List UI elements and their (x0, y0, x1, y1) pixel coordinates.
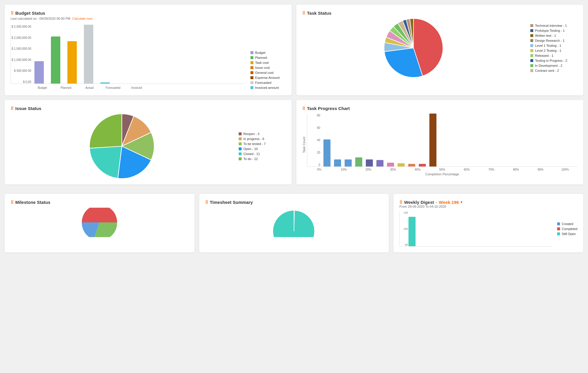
progress-chart-container: Task Count 80 60 40 20 0 0%10%20%30%40%5… (302, 114, 577, 176)
progress-bar-group (334, 159, 341, 166)
progress-bar-group (376, 160, 383, 166)
budget-bar-chart: $ 2,500,000.00 $ 2,000,000.00 $ 1,500,00… (11, 25, 245, 89)
weekly-title: ⠿ Weekly Digest › Week 196 ▾ (399, 200, 577, 205)
budget-legend-item: Budget (250, 51, 286, 54)
dots-icon: ⠿ (302, 106, 305, 111)
budget-bar (67, 41, 77, 84)
task-legend: Technical interview - 1Prototype Testing… (530, 24, 577, 72)
weekly-bar (408, 217, 416, 246)
budget-status-card: ⠿ Budget Status Last calculated on : 09/… (5, 5, 292, 95)
issue-pie-container: Reopen - 3In progress - 6To be tested - … (11, 114, 286, 179)
budget-legend-item: General cost (250, 71, 286, 74)
budget-legend-item: Invoiced amount (250, 86, 286, 89)
pie-segment (89, 114, 122, 148)
calculate-now-link[interactable]: Calculate now (72, 17, 92, 20)
progress-bar (334, 159, 341, 166)
progress-bar-group (366, 159, 373, 166)
task-legend-item: Level 1 Testing - 1 (530, 44, 577, 47)
task-legend-item: Released - 1 (530, 54, 577, 57)
milestone-title: ⠿ Milestone Status (11, 200, 189, 205)
weekly-legend-item: Created (557, 222, 577, 226)
milestone-chart (11, 208, 189, 237)
progress-bar-group (355, 157, 362, 166)
progress-bar (376, 160, 383, 166)
task-pie-wrapper (302, 19, 524, 77)
progress-bar (345, 159, 352, 166)
task-legend-item: Prototype Testing - 1 (530, 29, 577, 32)
task-legend-item: Written test - 1 (530, 34, 577, 37)
weekly-chart-area: 120 100 80 CreatedCompletedStill Open (399, 211, 577, 247)
budget-bar-group (100, 82, 110, 84)
progress-bar-group (345, 159, 352, 166)
task-legend-item: Testing in Progress - 2 (530, 59, 577, 62)
timesheet-title: ⠿ Timesheet Summary (205, 200, 383, 205)
dots-icon: ⠿ (399, 200, 402, 205)
bar-chart: $ 2,500,000.00 $ 2,000,000.00 $ 1,500,00… (11, 25, 245, 84)
weekly-digest-card: ⠿ Weekly Digest › Week 196 ▾ From 28-09-… (393, 194, 583, 252)
budget-bar-label: Forecasted (105, 86, 121, 89)
issue-legend-item: In progress - 6 (239, 137, 286, 141)
task-legend-item: Technical interview - 1 (530, 24, 577, 27)
task-legend-item: Design Research - 1 (530, 39, 577, 42)
bottom-row: ⠿ Milestone Status ⠿ Timesheet Summary (5, 194, 583, 252)
budget-legend: BudgetPlannedTask costIssue costGeneral … (250, 51, 286, 89)
issue-legend-item: Closed - 11 (239, 152, 286, 156)
issue-status-card: ⠿ Issue Status Reopen - 3In progress - 6… (5, 100, 292, 184)
progress-x-label: 70% (479, 168, 504, 171)
task-progress-title: ⠿ Task Progress Chart (302, 106, 577, 111)
y-axis-labels: $ 2,500,000.00 $ 2,000,000.00 $ 1,500,00… (11, 25, 33, 84)
progress-x-label: 20% (356, 168, 381, 171)
budget-title: ⠿ Budget Status (11, 11, 286, 16)
progress-x-label: 90% (528, 168, 553, 171)
progress-x-label: 80% (504, 168, 528, 171)
task-legend-item: Contract sent - 2 (530, 69, 577, 72)
budget-x-axis: BudgetPlannedActualForecastedInvoiced (11, 85, 245, 89)
task-legend-item: In Development - 2 (530, 64, 577, 67)
budget-legend-item: Task cost (250, 61, 286, 64)
budget-legend-item: Forecasted (250, 81, 286, 84)
timesheet-pie (270, 208, 318, 237)
progress-x-axis: 0%10%20%30%40%50%60%70%80%90%100% (307, 168, 577, 171)
y-axis-title: Task Count (302, 137, 306, 153)
dots-icon: ⠿ (11, 200, 14, 205)
budget-legend-item: Issue cost (250, 66, 286, 69)
dots-icon: ⠿ (205, 200, 208, 205)
progress-bar (408, 164, 415, 166)
dots-icon: ⠿ (11, 106, 14, 111)
progress-x-label: 50% (430, 168, 455, 171)
progress-x-label: 0% (307, 168, 332, 171)
budget-bar-group (51, 36, 60, 84)
x-axis-title: Completion Percentage (307, 172, 577, 176)
weekly-legend-item: Still Open (557, 232, 577, 236)
weekly-y-labels: 120 100 80 (400, 211, 408, 246)
task-pie-chart (384, 19, 443, 77)
progress-x-label: 10% (332, 168, 356, 171)
progress-bar (366, 159, 373, 166)
progress-bar (387, 163, 394, 166)
issue-legend-item: To do - 12 (239, 157, 286, 161)
progress-x-label: 30% (381, 168, 406, 171)
issue-legend-item: Open - 10 (239, 147, 286, 151)
timesheet-card: ⠿ Timesheet Summary (199, 194, 389, 252)
budget-bar (84, 25, 93, 84)
task-pie-container: Technical interview - 1Prototype Testing… (302, 19, 577, 77)
budget-bar (34, 61, 44, 84)
weekly-date-range: From 28-09-2020 To 04-10-2020 (399, 205, 577, 208)
budget-bar-group (67, 41, 77, 84)
budget-bar-label: Actual (81, 86, 98, 89)
progress-bar-group (429, 114, 436, 166)
weekly-chart: 120 100 80 (399, 211, 552, 247)
task-progress-card: ⠿ Task Progress Chart Task Count 80 60 4… (296, 100, 583, 184)
issue-legend-item: Reopen - 3 (239, 132, 286, 136)
dots-icon: ⠿ (302, 11, 305, 16)
budget-bar-group (34, 61, 44, 84)
timesheet-chart (205, 208, 383, 237)
issue-pie-wrapper (11, 114, 233, 179)
progress-bar-group (398, 163, 405, 166)
progress-x-label: 40% (405, 168, 430, 171)
progress-bar-group (323, 139, 330, 166)
weekly-legend: CreatedCompletedStill Open (557, 211, 577, 247)
progress-bar-group (387, 163, 394, 166)
task-legend-item: Level 2 Testing - 1 (530, 49, 577, 52)
dashboard: ⠿ Budget Status Last calculated on : 09/… (5, 5, 583, 189)
